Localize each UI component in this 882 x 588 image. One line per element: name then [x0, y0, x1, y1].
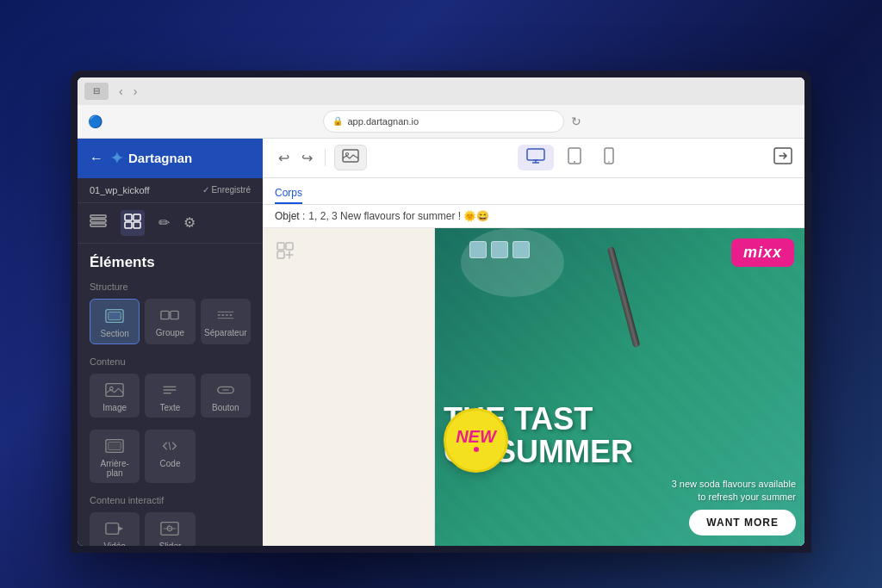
main-area: ↩ ↪: [263, 139, 804, 546]
glass-decoration: [461, 228, 564, 297]
save-badge: ✓ Enregistré: [202, 185, 251, 195]
image-tool-btn[interactable]: [334, 145, 367, 170]
elements-title: Éléments: [90, 254, 251, 271]
section-icon: [105, 306, 124, 325]
canvas-placeholder-icon: [275, 240, 295, 265]
redo-btn[interactable]: ↪: [298, 146, 316, 170]
device-tablet-btn[interactable]: [559, 144, 590, 171]
sidebar-header: ← ✦ Dartagnan: [78, 139, 263, 178]
project-name: 01_wp_kickoff: [90, 185, 150, 195]
canvas-right-panel: mixx THE TAST OF SUMMER NEW: [435, 228, 804, 546]
structure-elements-grid: Section Groupe: [90, 299, 251, 344]
canvas-area: mixx THE TAST OF SUMMER NEW: [263, 228, 804, 546]
back-btn[interactable]: ‹: [115, 83, 127, 100]
element-bouton[interactable]: Bouton: [201, 374, 251, 418]
svg-rect-29: [527, 149, 544, 160]
element-arriere-plan[interactable]: Arrière-plan: [90, 430, 140, 483]
toolbar-right: [773, 147, 792, 169]
svg-point-34: [574, 161, 575, 163]
undo-btn[interactable]: ↩: [275, 146, 293, 170]
ice-cube-3: [512, 241, 530, 258]
element-slider[interactable]: Slider: [145, 512, 195, 546]
tab-corps[interactable]: Corps: [275, 183, 302, 204]
image-label: Image: [102, 403, 127, 412]
toolbar-center: [374, 144, 767, 171]
toolbar-separator: [325, 149, 326, 166]
want-more-btn[interactable]: WANT MORE: [689, 510, 796, 535]
email-preview: mixx THE TAST OF SUMMER NEW: [435, 228, 804, 546]
bouton-icon: [216, 381, 235, 399]
forward-btn[interactable]: ›: [130, 83, 141, 100]
new-text: NEW: [456, 428, 496, 445]
element-section[interactable]: Section: [90, 299, 140, 344]
element-video[interactable]: Vidéo: [90, 512, 140, 546]
canvas-left-panel: [263, 228, 435, 546]
toolbar-left: ↩ ↪: [275, 145, 367, 170]
svg-rect-1: [90, 220, 106, 222]
svg-rect-8: [109, 312, 121, 319]
elements-tool-icon[interactable]: [121, 210, 145, 236]
settings-tool-icon[interactable]: ⚙: [183, 214, 196, 231]
sidebar-elements-panel: Éléments Structure Sectio: [78, 244, 263, 546]
texte-label: Texte: [160, 403, 181, 412]
slider-icon: [160, 519, 179, 538]
separateur-icon: [216, 306, 235, 325]
layers-tool-icon[interactable]: [90, 214, 107, 232]
subtitle-text: 3 new soda flavours availableto refresh …: [672, 478, 796, 504]
element-texte[interactable]: Texte: [145, 374, 195, 418]
sidebar: ← ✦ Dartagnan 01_wp_kickoff ✓ Enregistré: [78, 139, 263, 546]
svg-rect-27: [343, 150, 358, 162]
device-mobile-btn[interactable]: [595, 144, 623, 171]
video-icon: [105, 519, 124, 538]
code-icon: [160, 436, 179, 455]
image-icon: [105, 381, 124, 399]
mixx-badge: mixx: [731, 238, 794, 267]
svg-point-28: [346, 153, 349, 156]
structure-section-label: Structure: [90, 282, 251, 292]
code-label: Code: [160, 459, 181, 468]
browser-controls-bar: 🔵 🔒 app.dartagnan.io ↻: [78, 105, 804, 138]
contenu-elements-grid: Image Texte: [90, 374, 251, 418]
new-badge: NEW: [444, 408, 508, 473]
logo-text: Dartagnan: [128, 151, 192, 165]
laptop-frame: ⊟ ‹ › 🔵 🔒 app.dartagnan.io ↻: [71, 71, 811, 553]
sidebar-project-row: 01_wp_kickoff ✓ Enregistré: [78, 178, 263, 203]
sidebar-back-btn[interactable]: ←: [90, 151, 103, 166]
element-separateur[interactable]: Séparateur: [201, 299, 251, 344]
sidebar-toggle-btn[interactable]: ⊟: [84, 83, 109, 100]
svg-rect-3: [125, 214, 132, 220]
url-text: app.dartagnan.io: [348, 116, 419, 127]
section-label: Section: [100, 329, 128, 338]
slider-label: Slider: [159, 542, 182, 546]
element-code[interactable]: Code: [145, 430, 195, 483]
reload-btn[interactable]: ↻: [571, 115, 581, 128]
app-content: ← ✦ Dartagnan 01_wp_kickoff ✓ Enregistré: [78, 139, 804, 546]
svg-line-23: [170, 442, 171, 449]
svg-rect-10: [171, 311, 178, 319]
svg-rect-9: [161, 311, 169, 319]
address-bar[interactable]: 🔒 app.dartagnan.io: [323, 110, 564, 133]
share-btn[interactable]: [773, 147, 792, 169]
screen: ⊟ ‹ › 🔵 🔒 app.dartagnan.io ↻: [78, 77, 804, 546]
nav-arrows: ‹ ›: [115, 83, 140, 100]
subject-bar: Objet : 1, 2, 3 New flavours for summer …: [263, 205, 804, 228]
svg-rect-24: [106, 523, 119, 534]
svg-rect-2: [90, 224, 106, 226]
lock-icon: 🔒: [332, 116, 343, 126]
element-image[interactable]: Image: [90, 374, 140, 418]
separateur-label: Séparateur: [204, 328, 246, 337]
element-groupe[interactable]: Groupe: [145, 299, 195, 344]
ice-cube-1: [469, 241, 487, 258]
video-label: Vidéo: [103, 542, 125, 546]
main-toolbar: ↩ ↪: [263, 139, 804, 178]
subject-text: 1, 2, 3 New flavours for summer ! 🌞😄: [308, 210, 489, 222]
ice-cube-2: [491, 241, 508, 258]
contenu-interactif-label: Contenu interactif: [90, 495, 251, 505]
new-dot: [474, 447, 479, 452]
interactif-elements-grid: Vidéo Slider: [90, 512, 251, 546]
texte-icon: [160, 381, 179, 399]
browser-tabs-bar: ⊟ ‹ ›: [78, 77, 804, 105]
pen-tool-icon[interactable]: ✏: [158, 214, 170, 231]
device-desktop-btn[interactable]: [518, 145, 554, 170]
arriere-plan-icon: [105, 436, 124, 455]
